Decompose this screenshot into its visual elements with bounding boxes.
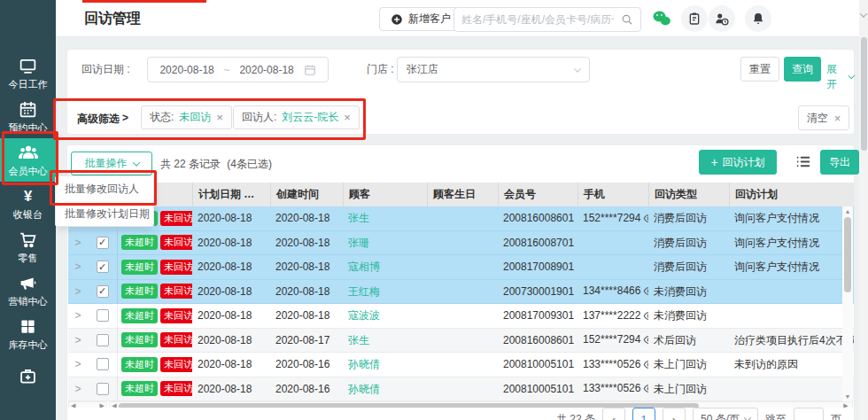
visit-date-range-input[interactable]: 2020-08-18 ~ 2020-08-18 bbox=[147, 57, 329, 82]
sidebar-item-今日工作[interactable]: 今日工作 bbox=[0, 51, 56, 95]
page-scrollbar[interactable] bbox=[859, 0, 868, 420]
row-expand-arrow[interactable] bbox=[68, 304, 88, 328]
col-plan-date[interactable]: 计划日期 … bbox=[192, 183, 270, 206]
close-icon[interactable] bbox=[344, 112, 351, 123]
not-timeout-tag: 未超时 bbox=[121, 357, 158, 372]
row-expand-arrow[interactable] bbox=[68, 255, 88, 279]
table-row[interactable]: 未超时 未回访 2020-08-18 2020-08-17 张生 2008160… bbox=[68, 329, 854, 354]
col-create-time[interactable]: 创建时间 bbox=[270, 183, 343, 206]
add-visit-plan-button[interactable]: 回访计划 bbox=[699, 150, 777, 175]
cell-birthday bbox=[427, 255, 498, 279]
row-checkbox[interactable] bbox=[97, 358, 109, 370]
sidebar-items: 今日工作 预约中心 会员中心 ¥ 收银台 零售 营销中心 库存中心 bbox=[0, 0, 56, 399]
export-button[interactable]: 导出 bbox=[820, 150, 859, 175]
row-expand-arrow[interactable] bbox=[68, 353, 88, 377]
table-row[interactable]: 未超时 未回访 2020-08-18 2020-08-18 王红梅 200730… bbox=[68, 280, 854, 305]
cell-customer-name[interactable]: 寇相博 bbox=[343, 255, 427, 279]
row-checkbox[interactable] bbox=[97, 334, 109, 346]
sidebar-item-预约中心[interactable]: 预约中心 bbox=[0, 95, 56, 138]
row-expand-arrow[interactable] bbox=[68, 377, 88, 401]
table-row[interactable]: 未超时 未回访 2020-08-18 2020-08-16 孙晓倩 200810… bbox=[68, 377, 854, 402]
cell-customer-name[interactable]: 张生 bbox=[343, 329, 427, 353]
page-scroll-thumb[interactable] bbox=[861, 37, 867, 151]
col-visit-plan[interactable]: 回访计划 bbox=[729, 183, 854, 206]
batch-operations-menu: 批量修改回访人批量修改计划日期 bbox=[55, 175, 154, 227]
chevron-down-icon bbox=[744, 414, 751, 420]
sidebar-item-收银台[interactable]: ¥ 收银台 bbox=[0, 182, 56, 225]
sidebar-item-零售[interactable]: 零售 bbox=[0, 225, 56, 268]
page-size-select[interactable]: 50 条/页 bbox=[693, 408, 758, 420]
cell-birthday bbox=[427, 206, 498, 230]
cell-visit-plan bbox=[729, 304, 854, 328]
cell-member-no: 200810005101 bbox=[498, 353, 577, 377]
cell-visit-type: 未上门回访 bbox=[648, 377, 729, 401]
sidebar-item-medkit-icon[interactable] bbox=[0, 355, 56, 399]
cell-birthday bbox=[427, 231, 498, 255]
row-expand-arrow[interactable] bbox=[68, 280, 88, 304]
close-icon[interactable] bbox=[216, 112, 223, 123]
cell-member-no: 200810005101 bbox=[498, 377, 577, 401]
cell-customer-name[interactable]: 张珊 bbox=[343, 231, 427, 255]
table-row[interactable]: 未超时 未回访 2020-08-18 2020-08-16 孙晓倩 200810… bbox=[68, 353, 854, 377]
reset-button[interactable]: 重置 bbox=[740, 57, 779, 82]
row-checkbox[interactable] bbox=[97, 383, 109, 395]
filter-tag[interactable]: 状态: 未回访 bbox=[141, 105, 232, 129]
add-customer-button[interactable]: 新增客户 bbox=[379, 7, 462, 31]
col-member-no[interactable]: 会员号 bbox=[498, 183, 577, 206]
row-expand-arrow[interactable] bbox=[68, 329, 88, 353]
cell-customer-name[interactable]: 孙晓倩 bbox=[343, 377, 427, 401]
col-phone[interactable]: 手机 bbox=[577, 183, 648, 206]
advanced-filter-arrow-icon[interactable] bbox=[122, 112, 128, 124]
clear-filters-button[interactable]: 清空 bbox=[798, 105, 849, 130]
cell-phone: 152****7294 bbox=[577, 329, 648, 353]
col-customer[interactable]: 顾客 bbox=[343, 183, 427, 206]
clipboard-icon[interactable] bbox=[681, 5, 708, 32]
bell-icon[interactable] bbox=[745, 5, 771, 32]
cell-customer-name[interactable]: 王红梅 bbox=[343, 280, 427, 304]
store-label: 门店 : bbox=[367, 57, 394, 82]
cell-customer-name[interactable]: 孙晓倩 bbox=[343, 353, 427, 377]
prev-page-button[interactable] bbox=[602, 408, 625, 420]
filter-tag[interactable]: 回访人: 刘云云-院长 bbox=[233, 105, 360, 129]
cell-customer-name[interactable]: 张生 bbox=[343, 206, 427, 230]
next-page-button[interactable] bbox=[663, 408, 686, 420]
not-visited-tag: 未回访 bbox=[160, 211, 192, 226]
row-checkbox[interactable] bbox=[97, 285, 109, 298]
row-expand-arrow[interactable] bbox=[68, 231, 88, 255]
sidebar-item-会员中心[interactable]: 会员中心 bbox=[0, 138, 56, 182]
batch-menu-item-1[interactable]: 批量修改回访人 bbox=[56, 176, 153, 201]
table-row[interactable]: 未超时 未回访 2020-08-18 2020-08-18 张珊 2008160… bbox=[68, 231, 854, 256]
expand-toggle[interactable]: 展开 bbox=[826, 62, 854, 92]
batch-menu-item-2[interactable]: 批量修改计划日期 bbox=[56, 201, 153, 226]
table-row[interactable]: 未超时 未回访 2020-08-18 2020-08-18 寇相博 200817… bbox=[68, 255, 854, 280]
row-checkbox[interactable] bbox=[97, 309, 109, 322]
table-vertical-scrollbar[interactable]: ▲▼ bbox=[842, 206, 853, 401]
table-row[interactable]: 未超时 未回访 2020-08-18 2020-08-18 寇波波 200817… bbox=[68, 304, 854, 329]
chevron-down-icon bbox=[574, 65, 581, 72]
cell-phone: 152****7294 bbox=[577, 206, 648, 230]
search-icon[interactable] bbox=[621, 13, 633, 26]
col-birthday[interactable]: 顾客生日 bbox=[427, 183, 498, 206]
jump-page-input[interactable] bbox=[794, 408, 824, 420]
col-visit-type[interactable]: 回访类型 bbox=[648, 183, 729, 206]
row-checkbox[interactable] bbox=[97, 237, 109, 249]
not-visited-tag: 未回访 bbox=[160, 332, 192, 347]
cell-phone: 134****8466 bbox=[577, 280, 648, 304]
wechat-icon[interactable] bbox=[648, 5, 675, 32]
cell-phone: 133****0526 bbox=[577, 377, 648, 401]
pagination: 共 22 条 1 50 条/页 跳至 页 bbox=[67, 408, 854, 420]
row-checkbox[interactable] bbox=[97, 261, 109, 273]
table-row[interactable]: 未超时 未回访 2020-08-18 2020-08-18 张生 2008160… bbox=[68, 206, 854, 231]
batch-operations-button[interactable]: 批量操作 bbox=[71, 152, 152, 175]
cell-customer-name[interactable]: 寇波波 bbox=[343, 304, 427, 328]
vscroll-thumb[interactable] bbox=[844, 217, 851, 292]
store-select[interactable]: 张江店 bbox=[397, 57, 590, 82]
cell-visit-type: 消费后回访 bbox=[648, 231, 729, 255]
people-clock-icon[interactable] bbox=[709, 5, 735, 32]
sidebar-item-库存中心[interactable]: 库存中心 bbox=[0, 312, 56, 355]
query-button[interactable]: 查询 bbox=[784, 57, 821, 82]
search-input[interactable] bbox=[454, 13, 621, 26]
page-1-button[interactable]: 1 bbox=[632, 408, 655, 420]
column-settings-icon[interactable] bbox=[794, 153, 813, 170]
sidebar-item-营销中心[interactable]: 营销中心 bbox=[0, 268, 56, 312]
